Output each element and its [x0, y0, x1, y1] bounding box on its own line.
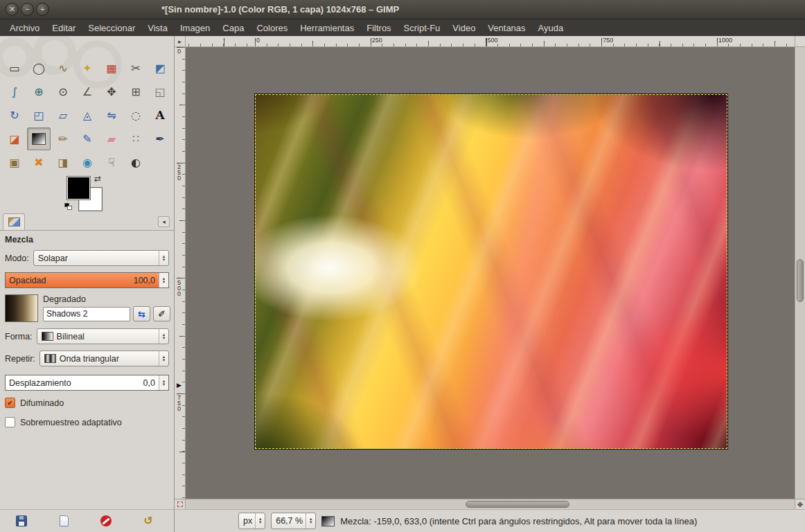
- tool-fuzzy-select[interactable]: ✦: [76, 57, 99, 80]
- tool-measure[interactable]: ∠: [76, 80, 99, 103]
- dock-collapse-button[interactable]: ◂: [158, 216, 170, 227]
- menu-vista[interactable]: Vista: [141, 21, 174, 35]
- tool-ink[interactable]: ✒: [148, 127, 172, 150]
- menu-imagen[interactable]: Imagen: [174, 21, 216, 35]
- h-ruler[interactable]: 02505007501000: [186, 36, 795, 47]
- tool-clone[interactable]: ▣: [3, 151, 26, 174]
- tool-options-tab[interactable]: [3, 213, 25, 230]
- menu-filtros[interactable]: Filtros: [360, 21, 397, 35]
- menu-ayuda[interactable]: Ayuda: [532, 21, 570, 35]
- spinner-icon[interactable]: ▲▼: [255, 513, 265, 529]
- v-ruler[interactable]: ▶ 0250500750: [175, 47, 186, 499]
- close-button[interactable]: ✕: [6, 3, 19, 16]
- menu-colores[interactable]: Colores: [250, 21, 294, 35]
- restore-options-button[interactable]: [56, 514, 71, 528]
- spinner-icon[interactable]: ▲▼: [159, 329, 168, 344]
- mode-select[interactable]: Solapar ▲▼: [33, 250, 169, 266]
- tool-foreground-select[interactable]: ◩: [148, 57, 172, 80]
- supersampling-checkbox[interactable]: [5, 417, 15, 427]
- menu-editar[interactable]: Editar: [46, 21, 82, 35]
- delete-options-button[interactable]: [98, 514, 114, 528]
- vertical-scrollbar[interactable]: [795, 47, 805, 499]
- color-area: ⇄: [0, 175, 174, 213]
- menu-seleccionar[interactable]: Seleccionar: [82, 21, 141, 35]
- horizontal-scrollbar[interactable]: [186, 499, 795, 509]
- navigation-button[interactable]: ✥: [795, 499, 805, 509]
- supersampling-option[interactable]: Sobremuestreo adaptativo: [5, 417, 169, 427]
- tool-rotate[interactable]: ↻: [3, 104, 26, 127]
- vertical-scrollbar-thumb[interactable]: [797, 259, 804, 302]
- shape-select[interactable]: Bilineal ▲▼: [37, 328, 169, 344]
- maximize-button[interactable]: +: [36, 3, 49, 16]
- tool-blend[interactable]: [27, 127, 51, 150]
- tool-smudge[interactable]: ☟: [100, 151, 123, 174]
- tool-move[interactable]: ✥: [100, 80, 123, 103]
- horizontal-scrollbar-thumb[interactable]: [466, 501, 569, 508]
- tool-zoom[interactable]: ⊙: [51, 80, 75, 103]
- gradient-preview[interactable]: [5, 294, 38, 322]
- ellipse-select-icon: ◯: [33, 63, 45, 74]
- menu-herramientas[interactable]: Herramientas: [294, 21, 360, 35]
- menu-ventanas[interactable]: Ventanas: [481, 21, 531, 35]
- minimize-button[interactable]: −: [21, 3, 34, 16]
- tool-scissors-select[interactable]: ✂: [124, 57, 148, 80]
- unit-value: px: [243, 516, 252, 526]
- default-colors-icon[interactable]: [64, 203, 74, 211]
- dithering-checkbox[interactable]: ✔: [5, 398, 15, 408]
- save-options-button[interactable]: [14, 514, 29, 528]
- tool-rectangle-select[interactable]: ▭: [3, 57, 26, 80]
- menu-script-fu[interactable]: Script-Fu: [398, 21, 447, 35]
- dithering-option[interactable]: ✔ Difuminado: [5, 398, 169, 408]
- unit-select[interactable]: px ▲▼: [238, 513, 265, 529]
- opacity-slider[interactable]: Opacidad 100,0 ▲▼: [5, 272, 169, 288]
- repeat-select[interactable]: Onda triangular ▲▼: [39, 351, 169, 366]
- tool-color-picker[interactable]: ⊕: [27, 80, 51, 103]
- reverse-gradient-button[interactable]: ⇆: [133, 306, 150, 321]
- tool-paths[interactable]: ∫: [3, 80, 26, 103]
- quickmask-toggle[interactable]: [175, 499, 186, 509]
- tool-shear[interactable]: ▱: [51, 104, 75, 127]
- spinner-icon[interactable]: ▲▼: [159, 273, 168, 287]
- swap-colors-icon[interactable]: ⇄: [94, 174, 101, 184]
- tool-blur-sharpen[interactable]: ◉: [76, 151, 99, 174]
- tool-perspective[interactable]: ◬: [76, 104, 99, 127]
- gradient-name-input[interactable]: [43, 307, 130, 321]
- tool-select-by-color[interactable]: ▦: [100, 57, 123, 80]
- repeat-row: Repetir: Onda triangular ▲▼: [5, 351, 169, 366]
- tool-dodge-burn[interactable]: ◐: [124, 151, 148, 174]
- reset-options-button[interactable]: ↺: [141, 514, 156, 528]
- offset-slider[interactable]: Desplazamiento 0,0 ▲▼: [5, 375, 169, 391]
- tool-align[interactable]: ⊞: [124, 80, 148, 103]
- menu-archivo[interactable]: Archivo: [3, 21, 46, 35]
- tool-paintbrush[interactable]: ✎: [76, 127, 99, 150]
- foreground-color-swatch[interactable]: [67, 177, 90, 200]
- tool-eraser[interactable]: ▰: [100, 127, 123, 150]
- tool-bucket-fill[interactable]: ◪: [3, 127, 26, 150]
- h-ruler-label: 250: [372, 37, 382, 44]
- ruler-corner-button[interactable]: ▸: [175, 36, 186, 47]
- tool-scale[interactable]: ◰: [27, 104, 51, 127]
- tool-cage-transform[interactable]: ◌: [124, 104, 148, 127]
- tool-text[interactable]: A: [148, 104, 172, 127]
- spinner-icon[interactable]: ▲▼: [159, 251, 168, 265]
- zoom-select[interactable]: 66,7 % ▲▼: [271, 513, 316, 529]
- tool-heal[interactable]: ✖: [27, 151, 51, 174]
- edit-gradient-button[interactable]: ✐: [153, 306, 170, 321]
- v-ruler-label: 0: [175, 48, 183, 54]
- menu-capa[interactable]: Capa: [216, 21, 250, 35]
- tool-ellipse-select[interactable]: ◯: [27, 57, 51, 80]
- menu-video[interactable]: Video: [446, 21, 481, 35]
- spinner-icon[interactable]: ▲▼: [159, 351, 168, 366]
- spinner-icon[interactable]: ▲▼: [306, 513, 315, 529]
- tool-free-select[interactable]: ∿: [51, 57, 75, 80]
- tool-airbrush[interactable]: ∷: [124, 127, 148, 150]
- spinner-icon[interactable]: ▲▼: [159, 375, 168, 390]
- tool-flip[interactable]: ⇋: [100, 104, 123, 127]
- status-message: Mezcla: -159,0, 633,0 (intente Ctrl para…: [340, 516, 697, 526]
- tool-pencil[interactable]: ✏: [51, 127, 75, 150]
- tool-perspective-clone[interactable]: ◨: [51, 151, 75, 174]
- canvas-image[interactable]: [255, 94, 727, 449]
- tool-crop[interactable]: ◱: [148, 80, 172, 103]
- window-title: *[Sin nombre]-1.0 (Color RGB, 1 capa) 10…: [161, 4, 399, 15]
- statusbar: px ▲▼ 66,7 % ▲▼ Mezcla: -159,0, 633,0 (i…: [175, 510, 805, 532]
